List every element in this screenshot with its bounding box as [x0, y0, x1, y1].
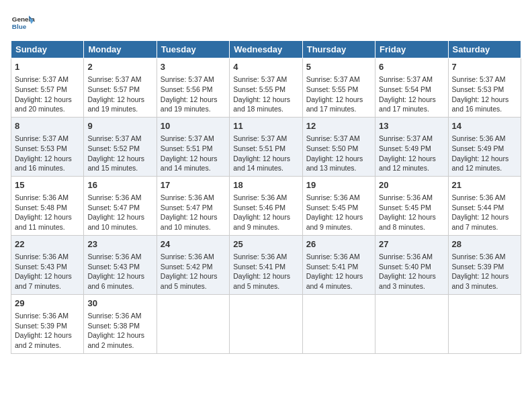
sunset-text: Sunset: 5:51 PM — [233, 144, 285, 152]
sunset-text: Sunset: 5:42 PM — [161, 263, 213, 271]
sunrise-text: Sunrise: 5:37 AM — [161, 134, 214, 142]
calendar-cell: 19Sunrise: 5:36 AMSunset: 5:45 PMDayligh… — [302, 176, 375, 235]
weekday-header-sunday: Sunday — [11, 41, 84, 58]
calendar-cell — [230, 294, 302, 353]
day-number: 2 — [87, 61, 152, 73]
sunset-text: Sunset: 5:45 PM — [379, 203, 431, 212]
calendar-cell: 10Sunrise: 5:37 AMSunset: 5:51 PMDayligh… — [157, 117, 229, 176]
day-number: 13 — [379, 120, 444, 132]
daylight-text: Daylight: 12 hours and 17 minutes. — [379, 95, 436, 113]
daylight-text: Daylight: 12 hours and 2 minutes. — [87, 331, 144, 349]
logo-icon: General Blue — [11, 11, 35, 35]
daylight-text: Daylight: 12 hours and 13 minutes. — [306, 154, 363, 173]
sunrise-text: Sunrise: 5:37 AM — [87, 75, 141, 83]
sunrise-text: Sunrise: 5:36 AM — [452, 253, 506, 261]
sunset-text: Sunset: 5:43 PM — [15, 263, 67, 271]
sunrise-text: Sunrise: 5:36 AM — [15, 193, 69, 201]
daylight-text: Daylight: 12 hours and 16 minutes. — [452, 95, 509, 113]
sunset-text: Sunset: 5:39 PM — [15, 322, 67, 330]
day-number: 7 — [452, 61, 517, 73]
daylight-text: Daylight: 12 hours and 7 minutes. — [452, 213, 509, 231]
calendar-cell: 3Sunrise: 5:37 AMSunset: 5:56 PMDaylight… — [157, 58, 229, 118]
calendar-cell: 27Sunrise: 5:36 AMSunset: 5:40 PMDayligh… — [375, 235, 448, 294]
sunset-text: Sunset: 5:41 PM — [233, 263, 285, 271]
svg-text:Blue: Blue — [12, 23, 27, 30]
day-number: 30 — [87, 298, 152, 310]
day-number: 17 — [161, 179, 226, 191]
calendar-cell: 21Sunrise: 5:36 AMSunset: 5:44 PMDayligh… — [448, 176, 521, 235]
day-number: 18 — [233, 179, 298, 191]
day-number: 15 — [15, 179, 80, 191]
sunrise-text: Sunrise: 5:36 AM — [87, 312, 141, 320]
sunset-text: Sunset: 5:53 PM — [452, 85, 504, 93]
day-number: 14 — [452, 120, 517, 132]
calendar-week-row: 8Sunrise: 5:37 AMSunset: 5:53 PMDaylight… — [11, 117, 521, 176]
day-number: 11 — [233, 120, 298, 132]
daylight-text: Daylight: 12 hours and 5 minutes. — [233, 272, 290, 290]
daylight-text: Daylight: 12 hours and 20 minutes. — [15, 95, 72, 113]
day-number: 24 — [161, 238, 226, 250]
sunrise-text: Sunrise: 5:37 AM — [161, 75, 214, 83]
calendar-cell: 25Sunrise: 5:36 AMSunset: 5:41 PMDayligh… — [230, 235, 302, 294]
page-header: General Blue — [11, 11, 521, 35]
day-number: 27 — [379, 238, 444, 250]
day-number: 22 — [15, 238, 80, 250]
calendar-cell — [157, 294, 229, 353]
calendar-cell: 17Sunrise: 5:36 AMSunset: 5:47 PMDayligh… — [157, 176, 229, 235]
sunrise-text: Sunrise: 5:36 AM — [233, 193, 287, 201]
sunrise-text: Sunrise: 5:37 AM — [379, 134, 433, 142]
sunrise-text: Sunrise: 5:36 AM — [15, 253, 69, 261]
day-number: 19 — [306, 179, 371, 191]
weekday-header-friday: Friday — [375, 41, 448, 58]
sunrise-text: Sunrise: 5:37 AM — [15, 75, 69, 83]
calendar-cell: 5Sunrise: 5:37 AMSunset: 5:55 PMDaylight… — [302, 58, 375, 118]
sunrise-text: Sunrise: 5:36 AM — [452, 134, 506, 142]
sunset-text: Sunset: 5:46 PM — [233, 203, 285, 212]
calendar-cell: 23Sunrise: 5:36 AMSunset: 5:43 PMDayligh… — [84, 235, 157, 294]
calendar-cell: 8Sunrise: 5:37 AMSunset: 5:53 PMDaylight… — [11, 117, 84, 176]
sunset-text: Sunset: 5:41 PM — [306, 263, 359, 271]
calendar-cell: 4Sunrise: 5:37 AMSunset: 5:55 PMDaylight… — [230, 58, 302, 118]
daylight-text: Daylight: 12 hours and 4 minutes. — [306, 272, 363, 290]
weekday-header-wednesday: Wednesday — [230, 41, 302, 58]
calendar-week-row: 1Sunrise: 5:37 AMSunset: 5:57 PMDaylight… — [11, 58, 521, 118]
sunrise-text: Sunrise: 5:37 AM — [15, 134, 69, 142]
day-number: 29 — [15, 298, 80, 310]
sunset-text: Sunset: 5:55 PM — [233, 85, 285, 93]
daylight-text: Daylight: 12 hours and 15 minutes. — [87, 154, 144, 173]
calendar-cell: 11Sunrise: 5:37 AMSunset: 5:51 PMDayligh… — [230, 117, 302, 176]
daylight-text: Daylight: 12 hours and 12 minutes. — [452, 154, 509, 173]
day-number: 16 — [87, 179, 152, 191]
daylight-text: Daylight: 12 hours and 14 minutes. — [161, 154, 218, 173]
sunrise-text: Sunrise: 5:37 AM — [379, 75, 433, 83]
day-number: 8 — [15, 120, 80, 132]
weekday-header-tuesday: Tuesday — [157, 41, 229, 58]
sunset-text: Sunset: 5:53 PM — [15, 144, 67, 152]
weekday-header-row: SundayMondayTuesdayWednesdayThursdayFrid… — [11, 41, 521, 58]
sunset-text: Sunset: 5:57 PM — [87, 85, 140, 93]
day-number: 10 — [161, 120, 226, 132]
daylight-text: Daylight: 12 hours and 6 minutes. — [87, 272, 144, 290]
daylight-text: Daylight: 12 hours and 17 minutes. — [306, 95, 363, 113]
sunrise-text: Sunrise: 5:37 AM — [452, 75, 506, 83]
day-number: 21 — [452, 179, 517, 191]
sunrise-text: Sunrise: 5:36 AM — [306, 253, 360, 261]
day-number: 26 — [306, 238, 371, 250]
daylight-text: Daylight: 12 hours and 3 minutes. — [379, 272, 436, 290]
daylight-text: Daylight: 12 hours and 5 minutes. — [161, 272, 218, 290]
daylight-text: Daylight: 12 hours and 3 minutes. — [452, 272, 509, 290]
sunset-text: Sunset: 5:48 PM — [15, 203, 67, 212]
day-number: 28 — [452, 238, 517, 250]
daylight-text: Daylight: 12 hours and 2 minutes. — [15, 331, 72, 349]
daylight-text: Daylight: 12 hours and 14 minutes. — [233, 154, 290, 173]
sunset-text: Sunset: 5:51 PM — [161, 144, 213, 152]
sunrise-text: Sunrise: 5:36 AM — [379, 253, 433, 261]
sunrise-text: Sunrise: 5:36 AM — [87, 253, 141, 261]
calendar-week-row: 29Sunrise: 5:36 AMSunset: 5:39 PMDayligh… — [11, 294, 521, 353]
sunrise-text: Sunrise: 5:36 AM — [87, 193, 141, 201]
calendar-cell: 26Sunrise: 5:36 AMSunset: 5:41 PMDayligh… — [302, 235, 375, 294]
daylight-text: Daylight: 12 hours and 12 minutes. — [379, 154, 436, 173]
day-number: 1 — [15, 61, 80, 73]
day-number: 23 — [87, 238, 152, 250]
daylight-text: Daylight: 12 hours and 9 minutes. — [306, 213, 363, 231]
